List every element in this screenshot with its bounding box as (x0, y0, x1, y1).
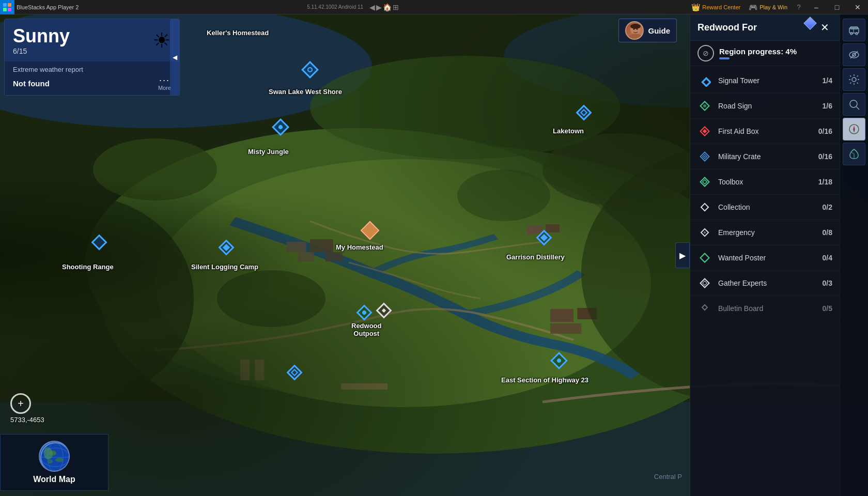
vehicle-tool-btn[interactable] (843, 19, 865, 41)
gather-experts-label: Gather Experts (718, 279, 823, 287)
toolbox-count: 1/18 (818, 178, 832, 186)
world-map-btn[interactable]: World Map (0, 434, 109, 491)
svg-rect-40 (703, 129, 707, 133)
sidebar-item-road-sign[interactable]: Road Sign 1/6 (690, 94, 840, 119)
weather-more-row: Not found ··· More (13, 75, 171, 91)
right-tools-panel (840, 14, 868, 496)
first-aid-label: First Aid Box (718, 127, 818, 135)
svg-point-55 (850, 33, 853, 35)
marker-highway[interactable] (553, 354, 565, 367)
weather-body: Extreme weather report Not found ··· Mor… (5, 61, 179, 95)
marker-my-homestead[interactable] (362, 223, 378, 238)
svg-point-73 (49, 451, 56, 456)
military-crate-count: 0/16 (818, 152, 832, 161)
region-progress-text: Region progress: 4% (719, 47, 797, 56)
svg-rect-49 (701, 254, 709, 262)
sidebar-item-military-crate[interactable]: Military Crate 0/16 (690, 144, 840, 169)
sidebar-item-collection[interactable]: Collection 0/2 (690, 195, 840, 220)
weather-sun-icon: ☀ (152, 28, 171, 52)
svg-rect-2 (3, 8, 7, 11)
play-win-btn[interactable]: 🎮 Play & Win (745, 3, 792, 11)
close-btn[interactable]: ✕ (847, 0, 868, 14)
svg-point-61 (852, 78, 856, 82)
window-controls: – □ ✕ (806, 0, 868, 14)
minimize-btn[interactable]: – (806, 0, 827, 14)
nav-back[interactable]: ◀ ▶ 🏠 ⊞ (369, 3, 399, 11)
marker-laketown[interactable] (577, 106, 591, 119)
sidebar-close-btn[interactable]: ✕ (817, 20, 832, 35)
guide-btn[interactable]: Guide (618, 19, 677, 42)
emergency-label: Emergency (718, 228, 823, 237)
collection-count: 0/2 (823, 203, 832, 211)
app-title: BlueStacks App Player 2 (14, 4, 307, 10)
sidebar-expand-btn[interactable]: ▶ (675, 242, 690, 268)
settings-tool-btn[interactable] (843, 68, 865, 91)
signal-tower-count: 1/4 (823, 76, 832, 85)
svg-point-31 (628, 34, 643, 40)
help-btn[interactable]: ? (792, 0, 806, 14)
sidebar-item-signal-tower[interactable]: Signal Tower 1/4 (690, 68, 840, 94)
expand-arrow-icon: ▶ (679, 251, 686, 260)
svg-rect-12 (310, 239, 333, 252)
visibility-tool-btn[interactable] (843, 43, 865, 66)
marker-shooting-range[interactable] (94, 237, 105, 248)
toolbox-label: Toolbox (718, 178, 818, 186)
marker-signal-bottom[interactable] (288, 366, 301, 379)
svg-point-48 (704, 231, 706, 234)
svg-rect-44 (701, 178, 709, 187)
military-crate-icon (698, 149, 712, 164)
svg-rect-0 (3, 3, 7, 7)
marker-redwood-2[interactable] (378, 305, 390, 316)
svg-point-56 (856, 33, 858, 35)
svg-point-67 (854, 129, 855, 130)
sidebar-item-bulletin-board[interactable]: Bulletin Board 0/5 (690, 296, 840, 321)
collapse-arrow-icon: ◀ (173, 54, 177, 61)
signal-tower-label: Signal Tower (718, 76, 823, 85)
compass-tool-btn[interactable] (843, 118, 865, 141)
svg-rect-3 (8, 8, 11, 11)
world-map-globe-icon (39, 441, 70, 472)
svg-marker-52 (702, 305, 707, 310)
region-progress-icon: ⊘ (698, 45, 714, 61)
sidebar-items-list: Signal Tower 1/4 Road Sign 1/6 (690, 66, 840, 496)
weather-count: 6/15 (13, 47, 70, 55)
maximize-btn[interactable]: □ (827, 0, 847, 14)
sidebar-item-gather-experts[interactable]: Gather Experts 0/3 (690, 271, 840, 296)
sidebar-item-wanted-poster[interactable]: Wanted Poster 0/4 (690, 245, 840, 271)
nature-tool-btn[interactable] (843, 143, 865, 165)
sidebar-item-toolbox[interactable]: Toolbox 1/18 (690, 169, 840, 195)
weather-collapse-btn[interactable]: ◀ (170, 19, 179, 95)
weather-more-label: More (158, 85, 171, 91)
svg-point-75 (48, 459, 53, 463)
svg-line-63 (857, 107, 860, 110)
bulletin-board-count: 0/5 (823, 304, 832, 313)
search-tool-btn[interactable] (843, 93, 865, 116)
svg-point-62 (850, 100, 857, 107)
sidebar-header: Redwood For ✕ (690, 14, 840, 41)
toolbox-icon (698, 175, 712, 189)
wanted-poster-count: 0/4 (823, 254, 832, 262)
marker-swan-lake[interactable] (304, 64, 316, 76)
svg-rect-26 (341, 383, 388, 390)
weather-more-btn[interactable]: ··· More (158, 75, 171, 91)
region-progress-bar (719, 57, 730, 59)
reward-center-btn[interactable]: 👑 Reward Center (687, 3, 745, 11)
region-progress-row: ⊘ Region progress: 4% (690, 41, 840, 66)
marker-silent-logging[interactable] (220, 241, 233, 254)
gather-experts-icon (698, 276, 712, 290)
weather-main: Sunny 6/15 ☀ (5, 19, 179, 61)
road-sign-icon (698, 99, 712, 113)
marker-redwood-1[interactable] (359, 307, 370, 318)
svg-point-74 (55, 458, 64, 462)
first-aid-count: 0/16 (818, 127, 832, 135)
svg-rect-15 (550, 309, 574, 322)
sidebar-item-emergency[interactable]: Emergency 0/8 (690, 220, 840, 245)
marker-garrison[interactable] (537, 231, 551, 244)
marker-misty-jungle[interactable] (274, 121, 287, 133)
guide-label: Guide (648, 26, 670, 35)
sidebar-title: Redwood For (698, 22, 757, 33)
svg-point-20 (93, 138, 217, 200)
svg-rect-46 (701, 204, 708, 211)
svg-rect-1 (8, 3, 11, 7)
sidebar-item-first-aid[interactable]: First Aid Box 0/16 (690, 119, 840, 144)
